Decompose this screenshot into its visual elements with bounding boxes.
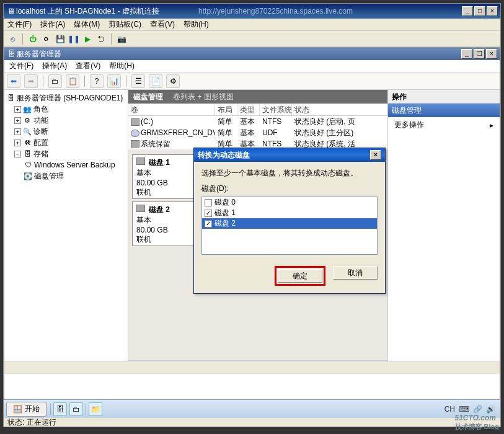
- close-button[interactable]: ×: [487, 6, 498, 16]
- start-button[interactable]: 🪟开始: [6, 402, 46, 417]
- taskbar-server-manager-icon[interactable]: 🗄: [53, 402, 67, 416]
- sm-menu-action[interactable]: 操作(A): [42, 61, 67, 71]
- menu-help[interactable]: 帮助(H): [183, 19, 209, 30]
- sm-menu-file[interactable]: 文件(F): [9, 61, 33, 71]
- snapshot-icon[interactable]: ⮌: [96, 34, 106, 44]
- tree-wsb[interactable]: Windows Server Backup: [34, 161, 115, 169]
- menu-media[interactable]: 媒体(M): [74, 19, 100, 30]
- tree-features[interactable]: 功能: [33, 115, 48, 126]
- properties-button[interactable]: 📋: [66, 74, 79, 88]
- taskbar[interactable]: 🪟开始 🗄 🗀 📁 CH ⌨ 🔗 🔊: [4, 399, 500, 418]
- expand-config[interactable]: +: [14, 140, 21, 146]
- dialog-list-label: 磁盘(D):: [201, 184, 378, 194]
- diskmgmt-icon: 💽: [23, 172, 33, 180]
- col-layout[interactable]: 布局: [215, 104, 237, 115]
- reset-icon[interactable]: ▶: [82, 34, 92, 44]
- tray-network-icon[interactable]: 🔗: [473, 405, 482, 414]
- center-subtitle: 卷列表 + 图形视图: [173, 92, 234, 102]
- tree-diskmgmt[interactable]: 磁盘管理: [34, 171, 64, 182]
- col-fs[interactable]: 文件系统: [260, 104, 292, 115]
- center-title: 磁盘管理: [133, 92, 163, 102]
- dialog-instruction: 选择至少一个基本磁盘，将其转换成动态磁盘。: [201, 168, 378, 179]
- server-icon: 🗄: [6, 94, 15, 102]
- server-manager-toolbar: ⬅ ➡ 🗀 📋 ? 📊 ☰ 📄 ⚙: [4, 73, 500, 90]
- mdi-close-button[interactable]: ×: [486, 49, 497, 59]
- revert-icon[interactable]: 📷: [117, 34, 126, 44]
- tray-sound-icon[interactable]: 🔊: [486, 405, 495, 414]
- refresh-button[interactable]: 📊: [107, 74, 121, 88]
- cancel-button[interactable]: 取消: [333, 266, 378, 280]
- ctrl-alt-del-icon[interactable]: ⎋: [7, 34, 17, 44]
- tree-storage[interactable]: 存储: [33, 149, 48, 159]
- tree-config[interactable]: 配置: [33, 138, 48, 148]
- windows-icon: 🪟: [13, 405, 22, 414]
- disk-list[interactable]: 磁盘 0 ✓磁盘 1 ✓磁盘 2: [201, 197, 378, 255]
- server-manager-icon: 🗄: [7, 49, 17, 59]
- storage-icon: 🗄: [22, 149, 32, 158]
- disk-list-item[interactable]: ✓磁盘 1: [202, 208, 377, 218]
- checkbox[interactable]: ✓: [205, 220, 212, 228]
- vm-icon: 🖥: [6, 6, 16, 16]
- col-status[interactable]: 状态: [292, 104, 387, 115]
- maximize-button[interactable]: □: [474, 6, 485, 16]
- minimize-button[interactable]: _: [462, 6, 473, 16]
- cd-icon: [131, 130, 139, 137]
- expand-diag[interactable]: +: [14, 128, 21, 135]
- volume-row[interactable]: GRMSXFRER_CN_DVD (D:)简单基本UDF状态良好 (主分区): [128, 127, 387, 138]
- ime-indicator[interactable]: CH: [444, 405, 455, 414]
- tree-root[interactable]: 服务器管理器 (SH-DAGNODE1): [17, 93, 123, 104]
- actions-pane: 操作 磁盘管理 更多操作▸: [388, 90, 500, 374]
- disk-list-item[interactable]: 磁盘 0: [202, 197, 377, 208]
- pause-icon[interactable]: ❚❚: [69, 34, 79, 44]
- convert-to-dynamic-disk-dialog: 转换为动态磁盘 × 选择至少一个基本磁盘，将其转换成动态磁盘。 磁盘(D): 磁…: [193, 148, 386, 294]
- shutdown-icon[interactable]: ⭘: [42, 34, 51, 44]
- menu-action[interactable]: 操作(A): [40, 19, 65, 30]
- taskbar-explorer-icon[interactable]: 🗀: [69, 402, 83, 416]
- mdi-restore-button[interactable]: ❐: [474, 49, 485, 59]
- tree-diag[interactable]: 诊断: [33, 126, 48, 137]
- actions-more[interactable]: 更多操作▸: [388, 117, 500, 133]
- start-icon[interactable]: ⏻: [28, 34, 38, 44]
- checkbox[interactable]: [205, 199, 212, 206]
- menu-file[interactable]: 文件(F): [7, 19, 32, 30]
- vm-title: localhost 上的 SH-DAGNode1 - 虚拟机连接: [16, 7, 159, 16]
- save-icon[interactable]: 💾: [55, 34, 65, 44]
- actions-section: 磁盘管理: [388, 104, 500, 117]
- checkbox[interactable]: ✓: [205, 210, 212, 217]
- volume-header-row: 卷 布局 类型 文件系统 状态: [128, 104, 387, 116]
- volume-row[interactable]: (C:)简单基本NTFS状态良好 (启动, 页: [128, 116, 387, 127]
- config-icon: 🛠: [22, 138, 32, 147]
- mdi-minimize-button[interactable]: _: [461, 49, 472, 59]
- help-button[interactable]: ?: [90, 74, 104, 88]
- collapse-storage[interactable]: −: [14, 151, 21, 157]
- sm-menu-help[interactable]: 帮助(H): [109, 61, 135, 71]
- menu-view[interactable]: 查看(V): [150, 19, 175, 30]
- forward-button[interactable]: ➡: [24, 74, 38, 88]
- col-volume[interactable]: 卷: [128, 104, 215, 115]
- back-button[interactable]: ⬅: [7, 74, 20, 88]
- col-type[interactable]: 类型: [237, 104, 260, 115]
- sm-menu-view[interactable]: 查看(V): [76, 61, 100, 71]
- expand-features[interactable]: +: [14, 117, 21, 124]
- server-manager-title: 服务器管理器: [17, 49, 460, 60]
- list-button[interactable]: ☰: [131, 74, 145, 88]
- tree-pane[interactable]: 🗄服务器管理器 (SH-DAGNODE1) +👥角色 +⚙功能 +🔍诊断 +🛠配…: [4, 90, 128, 374]
- actions-header: 操作: [388, 90, 500, 104]
- detail-button[interactable]: 📄: [149, 74, 162, 88]
- tree-roles[interactable]: 角色: [33, 104, 48, 115]
- diag-icon: 🔍: [22, 127, 32, 136]
- tray-icon[interactable]: ⌨: [459, 405, 469, 414]
- disk-icon: [136, 205, 145, 212]
- settings-button[interactable]: ⚙: [166, 74, 180, 88]
- system-tray[interactable]: CH ⌨ 🔗 🔊: [440, 405, 500, 414]
- vm-title-bar: 🖥 localhost 上的 SH-DAGNode1 - 虚拟机连接 http:…: [4, 4, 500, 19]
- ok-button[interactable]: 确定: [278, 269, 322, 283]
- disk-list-item[interactable]: ✓磁盘 2: [202, 218, 377, 229]
- taskbar-app-icon[interactable]: 📁: [89, 402, 102, 416]
- expand-roles[interactable]: +: [14, 106, 21, 113]
- up-button[interactable]: 🗀: [48, 74, 62, 88]
- volume-icon: [131, 140, 139, 148]
- menu-clipboard[interactable]: 剪贴板(C): [108, 19, 141, 30]
- server-manager-status-bar: [4, 361, 500, 374]
- dialog-close-button[interactable]: ×: [370, 150, 381, 160]
